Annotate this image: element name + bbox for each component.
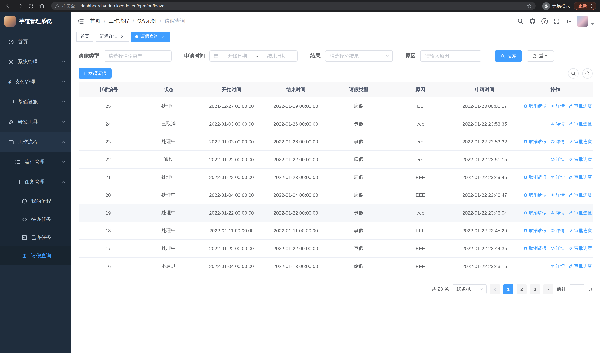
actions-cell: 详情审批进度 bbox=[518, 257, 593, 275]
cancel-leave-link[interactable]: 取消请假 bbox=[523, 139, 547, 145]
approval-progress-link[interactable]: 审批进度 bbox=[569, 192, 592, 198]
page-button-3[interactable]: 3 bbox=[530, 284, 540, 294]
tab-home[interactable]: 首页 bbox=[76, 32, 94, 41]
sidebar-item-task-management[interactable]: 任务管理 bbox=[0, 172, 71, 192]
browser-back-button[interactable] bbox=[4, 1, 13, 11]
approval-progress-link[interactable]: 审批进度 bbox=[569, 156, 592, 163]
cancel-leave-link[interactable]: 取消请假 bbox=[523, 245, 547, 252]
help-icon[interactable]: ? bbox=[542, 18, 548, 24]
sidebar-item-infrastructure[interactable]: 基础设施 bbox=[0, 92, 71, 112]
sidebar-item-system-management[interactable]: 系统管理 bbox=[0, 52, 71, 72]
sidebar-item-workflow[interactable]: 工作流程 bbox=[0, 132, 71, 152]
sidebar-collapse-button[interactable] bbox=[77, 18, 84, 25]
sidebar-item-todo-tasks[interactable]: 待办任务 bbox=[0, 210, 71, 228]
toggle-search-button[interactable] bbox=[568, 68, 579, 79]
sidebar-item-home[interactable]: 首页 bbox=[0, 32, 71, 52]
cancel-leave-link[interactable]: 取消请假 bbox=[523, 103, 547, 109]
prev-page-button[interactable]: ‹ bbox=[490, 284, 500, 294]
approval-progress-link[interactable]: 审批进度 bbox=[569, 210, 592, 216]
leave-type-cell: 事假 bbox=[328, 239, 390, 257]
detail-link[interactable]: 详情 bbox=[550, 263, 565, 269]
tab-process-detail[interactable]: 流程详情× bbox=[96, 32, 129, 41]
end-time-cell: 2022-01-04 00:00:00 bbox=[264, 186, 328, 204]
apply-time-range-picker[interactable]: 开始日期 - 结束日期 bbox=[209, 50, 298, 62]
approval-progress-link[interactable]: 审批进度 bbox=[569, 139, 592, 145]
approval-progress-link[interactable]: 审批进度 bbox=[569, 245, 592, 252]
sidebar-item-process-management[interactable]: 流程管理 bbox=[0, 152, 71, 172]
approval-progress-link[interactable]: 审批进度 bbox=[569, 174, 592, 180]
browser-menu-icon[interactable] bbox=[589, 3, 594, 9]
column-header: 开始时间 bbox=[199, 82, 264, 97]
reset-button[interactable]: 重置 bbox=[527, 50, 554, 62]
goto-page-input[interactable] bbox=[570, 284, 584, 294]
sidebar-item-leave-query[interactable]: 请假查询 bbox=[0, 246, 71, 265]
cancel-leave-link[interactable]: 取消请假 bbox=[523, 192, 547, 198]
row-actions: 详情审批进度 bbox=[518, 121, 593, 127]
actions-cell: 取消请假详情审批进度 bbox=[518, 239, 593, 257]
cancel-leave-link[interactable]: 取消请假 bbox=[523, 174, 547, 180]
detail-link[interactable]: 详情 bbox=[550, 210, 565, 216]
search-button-label: 搜索 bbox=[507, 53, 517, 59]
cancel-leave-link[interactable]: 取消请假 bbox=[523, 227, 547, 234]
font-size-icon[interactable]: TT bbox=[566, 18, 571, 24]
create-leave-button[interactable]: + 发起请假 bbox=[79, 68, 111, 79]
detail-link[interactable]: 详情 bbox=[550, 139, 565, 145]
user-menu-caret-icon[interactable] bbox=[591, 23, 594, 25]
fullscreen-icon[interactable] bbox=[553, 18, 560, 24]
refresh-table-button[interactable] bbox=[582, 68, 593, 79]
application-id-cell: 18 bbox=[79, 222, 138, 239]
search-button[interactable]: 搜索 bbox=[495, 50, 522, 62]
apply-time-cell: 2022-01-22 23:49:46 bbox=[451, 168, 518, 186]
row-actions: 取消请假详情审批进度 bbox=[518, 139, 593, 145]
approval-progress-link[interactable]: 审批进度 bbox=[569, 103, 592, 109]
tab-leave-query[interactable]: 请假查询× bbox=[131, 32, 170, 41]
detail-link[interactable]: 详情 bbox=[550, 245, 565, 252]
next-page-button[interactable]: › bbox=[543, 284, 553, 294]
result-select[interactable]: 请选择流结果 bbox=[325, 50, 393, 62]
sidebar-item-label: 待办任务 bbox=[31, 216, 66, 223]
browser-home-button[interactable] bbox=[37, 1, 47, 11]
tab-close-icon[interactable]: × bbox=[120, 34, 125, 39]
address-bar[interactable]: 不安全 dashboard.yudao.iocoder.cn/bpm/oa/le… bbox=[51, 2, 535, 10]
page-button-2[interactable]: 2 bbox=[517, 284, 527, 294]
sidebar-item-dev-tools[interactable]: 研发工具 bbox=[0, 112, 71, 132]
tab-close-icon[interactable]: × bbox=[160, 34, 166, 39]
search-icon bbox=[571, 71, 576, 76]
detail-link[interactable]: 详情 bbox=[550, 192, 565, 198]
detail-link[interactable]: 详情 bbox=[550, 121, 565, 127]
breadcrumb-item[interactable]: 首页 bbox=[90, 18, 100, 24]
detail-link[interactable]: 详情 bbox=[550, 156, 565, 163]
application-id-cell: 16 bbox=[79, 257, 138, 275]
browser-reload-button[interactable] bbox=[26, 1, 36, 11]
application-id-cell: 19 bbox=[79, 204, 138, 222]
column-header: 申请编号 bbox=[79, 82, 138, 97]
header-search-icon[interactable] bbox=[517, 18, 524, 24]
reason-input[interactable] bbox=[420, 50, 481, 62]
cancel-leave-link[interactable]: 取消请假 bbox=[523, 210, 547, 216]
column-header: 状态 bbox=[138, 82, 199, 97]
application-id-cell: 23 bbox=[79, 133, 138, 150]
github-icon[interactable] bbox=[529, 18, 536, 24]
status-cell: 不通过 bbox=[138, 257, 199, 275]
breadcrumb-item[interactable]: OA 示例 bbox=[138, 18, 157, 24]
page-button-1[interactable]: 1 bbox=[503, 284, 513, 294]
approval-progress-link[interactable]: 审批进度 bbox=[569, 227, 592, 234]
eye-icon bbox=[21, 216, 28, 222]
detail-link[interactable]: 详情 bbox=[550, 103, 565, 109]
user-avatar[interactable] bbox=[577, 16, 588, 27]
approval-progress-link[interactable]: 审批进度 bbox=[569, 121, 592, 127]
edit-icon bbox=[569, 193, 573, 197]
breadcrumb-item[interactable]: 工作流程 bbox=[109, 18, 129, 24]
detail-link[interactable]: 详情 bbox=[550, 227, 565, 234]
bookmark-star-icon[interactable] bbox=[527, 3, 532, 9]
browser-update-button[interactable]: 更新 bbox=[574, 2, 596, 10]
sidebar-item-payment-management[interactable]: ¥支付管理 bbox=[0, 72, 71, 92]
start-time-cell: 2022-01-04 00:00:00 bbox=[199, 186, 264, 204]
approval-progress-link[interactable]: 审批进度 bbox=[569, 263, 592, 269]
browser-forward-button[interactable] bbox=[15, 1, 24, 11]
page-size-select[interactable]: 10条/页 bbox=[452, 284, 487, 294]
leave-type-select[interactable]: 请选择请假类型 bbox=[104, 50, 172, 62]
sidebar-item-done-tasks[interactable]: 已办任务 bbox=[0, 228, 71, 246]
sidebar-item-my-process[interactable]: 我的流程 bbox=[0, 192, 71, 210]
detail-link[interactable]: 详情 bbox=[550, 174, 565, 180]
